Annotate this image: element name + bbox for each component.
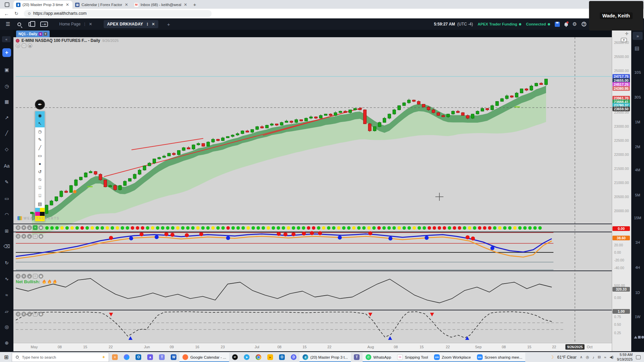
visibility-icon[interactable]: ◉ bbox=[39, 234, 43, 239]
expand-icon[interactable]: ▴ bbox=[27, 274, 32, 279]
add-workspace-tab-button[interactable]: + bbox=[167, 21, 170, 27]
taskbar-item-snipping-tool[interactable]: ✂Snipping Tool bbox=[394, 353, 431, 362]
timeframe-5m[interactable]: 5M bbox=[631, 193, 644, 197]
browser-tab[interactable]: MInbox (68) - keith@wealthcharts.c✕ bbox=[131, 1, 191, 9]
taskbar-item-zoom-workplace[interactable]: zmZoom Workplace bbox=[431, 353, 474, 362]
eraser-tool-icon[interactable]: ▭ bbox=[35, 152, 45, 160]
cursor-tool-icon[interactable]: ↖ bbox=[35, 119, 45, 127]
close-tab-icon[interactable]: ✕ bbox=[124, 2, 129, 7]
timeframe-30s[interactable]: 30S bbox=[631, 95, 644, 99]
address-bar[interactable]: ⊙ https://app.wealthcharts.com bbox=[24, 10, 212, 17]
expand-icon[interactable]: ▴ bbox=[27, 234, 32, 239]
calendar-icon[interactable]: ▦ bbox=[0, 99, 13, 104]
tray-meet-icon[interactable]: ◎ bbox=[586, 355, 589, 359]
tray-volume-icon[interactable]: ◀) bbox=[609, 355, 613, 359]
taskbar-item-teams[interactable]: T bbox=[351, 353, 363, 362]
timeframe-1h[interactable]: 1H bbox=[631, 240, 644, 244]
visibility-icon[interactable]: ◉ bbox=[39, 312, 43, 316]
shapes-group-icon[interactable] bbox=[634, 334, 644, 339]
collapse-left-icon[interactable]: « bbox=[2, 36, 11, 42]
timeframe-1w[interactable]: 1W bbox=[631, 315, 644, 319]
taskbar-item-chrome[interactable] bbox=[253, 353, 264, 362]
browser-tab[interactable]: ▮(20) Master Prop 3 timeframes - W✕ bbox=[13, 1, 72, 9]
undo-tool-icon[interactable]: ↺ bbox=[35, 168, 45, 176]
copilot-spark-icon[interactable]: ✦ bbox=[102, 355, 106, 360]
taskbar-item-firefox-google-calendar[interactable]: Google Calendar - ... bbox=[179, 353, 229, 362]
add-icon[interactable]: + bbox=[33, 274, 38, 279]
clock-icon[interactable]: ◷ bbox=[0, 83, 13, 89]
taskbar-item-file-explorer[interactable]: ▸ bbox=[264, 353, 276, 362]
grid-icon[interactable]: ⊞ bbox=[0, 228, 13, 234]
layout-icon[interactable]: ▤ bbox=[635, 45, 639, 51]
chart-title[interactable]: E-MINI NASDAQ 100 FUTURES F... - Daily bbox=[21, 38, 100, 43]
tray-clock[interactable]: 5:59 AM9/19/2025 bbox=[617, 353, 633, 361]
taskbar-item-teams-personal[interactable]: T bbox=[156, 353, 168, 362]
start-button[interactable]: ⊞ bbox=[4, 354, 8, 360]
taskbar-item-store[interactable]: ≡ bbox=[109, 353, 121, 362]
timeframe-1m[interactable]: 1M bbox=[631, 120, 644, 124]
refresh-icon[interactable]: ↻ bbox=[0, 260, 13, 265]
color-swatch[interactable] bbox=[35, 212, 40, 216]
target-icon[interactable]: ◎ bbox=[0, 324, 13, 329]
expand-icon[interactable]: ▴ bbox=[27, 312, 32, 316]
tray-chevron-icon[interactable]: ∧ bbox=[580, 355, 583, 359]
search-icon[interactable] bbox=[17, 22, 21, 26]
help-icon[interactable]: ? bbox=[582, 22, 586, 26]
taskbar-item-zoom-screenshare[interactable]: zmScreen sharing mee... bbox=[474, 353, 526, 362]
disable-icon[interactable]: ⊘ bbox=[16, 225, 20, 230]
taskbar-item-edge-master-prop[interactable]: e(20) Master Prop 3 t... bbox=[300, 353, 351, 362]
taskbar-item-wealthcharts-app[interactable]: ✒ bbox=[229, 353, 241, 362]
taskbar-item-mono-app[interactable]: ∧ bbox=[144, 353, 156, 362]
date-axis[interactable]: May081522Jun091623Jul081522Aug081522Sep0… bbox=[13, 343, 612, 351]
taskbar-search[interactable]: Type here to search ✦ bbox=[12, 353, 109, 362]
taskbar-item-word[interactable]: W bbox=[168, 353, 179, 362]
color-swatch[interactable] bbox=[40, 212, 45, 216]
dot-tool-icon[interactable]: ● bbox=[35, 160, 45, 168]
chart-line-icon[interactable]: ∿ bbox=[0, 276, 13, 282]
add-button[interactable]: + bbox=[2, 48, 11, 57]
timeframe-15m[interactable]: 15M bbox=[631, 216, 644, 220]
workspace-tab-apex-drkhaday[interactable]: APEX DRKHADAY⋮✕ bbox=[104, 20, 158, 28]
timeframe-1d[interactable]: 1D bbox=[631, 291, 644, 295]
browser-tab[interactable]: ▦Calendar | Forex Factory✕ bbox=[72, 1, 131, 9]
reload-icon[interactable]: ↻ bbox=[14, 11, 18, 16]
text-tool-icon[interactable]: Aa bbox=[0, 163, 13, 169]
pencil-icon[interactable]: ✎ bbox=[0, 179, 13, 185]
disable-icon[interactable]: ⊘ bbox=[16, 274, 20, 279]
disable-icon[interactable]: ⊘ bbox=[16, 44, 20, 48]
close-tab-icon[interactable]: ✕ bbox=[152, 22, 155, 26]
close-tab-icon[interactable]: ✕ bbox=[89, 22, 92, 26]
account-status[interactable]: APEX Trader Funding bbox=[478, 22, 521, 26]
collapse-icon[interactable]: ▾ bbox=[21, 225, 26, 230]
back-icon[interactable]: ← bbox=[4, 11, 9, 16]
collapse-icon[interactable]: ▾ bbox=[21, 234, 26, 239]
chart-icon[interactable]: ▣ bbox=[0, 67, 13, 72]
globe-icon[interactable]: ⊕ bbox=[0, 340, 13, 346]
line-tool-icon[interactable]: ╱ bbox=[0, 130, 13, 136]
shapes-icon[interactable]: ◇ bbox=[0, 146, 13, 152]
timeframe-10s[interactable]: 10S bbox=[631, 70, 644, 74]
trend-icon[interactable]: ↗ bbox=[0, 115, 13, 120]
timeframe-2m[interactable]: 2M bbox=[631, 145, 644, 149]
tab-options-icon[interactable]: ⋮ bbox=[83, 22, 87, 26]
timer-tool-icon[interactable]: ◷ bbox=[35, 127, 45, 135]
settings-gear-icon[interactable]: ⚙ bbox=[573, 21, 577, 27]
layers-icon[interactable]: ▱ bbox=[0, 309, 13, 314]
save-icon[interactable] bbox=[555, 22, 560, 27]
taskbar-item-copilot[interactable] bbox=[121, 353, 132, 362]
add-icon[interactable]: + bbox=[33, 312, 38, 316]
ai-chat-icon[interactable]: ⌐AI bbox=[40, 21, 48, 27]
taskbar-item-whatsapp[interactable]: ✆WhatsApp bbox=[363, 353, 394, 362]
expand-right-icon[interactable]: » bbox=[633, 32, 643, 40]
taskbar-item-telegram[interactable]: ➤ bbox=[241, 353, 253, 362]
tray-wifi-icon[interactable]: ≈ bbox=[604, 355, 606, 359]
menu-icon[interactable]: ☰ bbox=[6, 21, 10, 27]
drawing-toolbar-logo-icon[interactable]: ✒ bbox=[35, 100, 45, 110]
ruler-icon[interactable]: ▭ bbox=[0, 196, 13, 201]
tab-overview-icon[interactable] bbox=[5, 2, 9, 7]
delete-icon[interactable]: ⌫ bbox=[0, 244, 13, 249]
visibility-icon[interactable]: ◉ bbox=[28, 44, 32, 48]
site-info-icon[interactable]: ⊙ bbox=[28, 11, 31, 16]
close-tab-icon[interactable]: ✕ bbox=[183, 2, 188, 7]
tray-mic-icon[interactable]: ♪ bbox=[592, 355, 594, 359]
